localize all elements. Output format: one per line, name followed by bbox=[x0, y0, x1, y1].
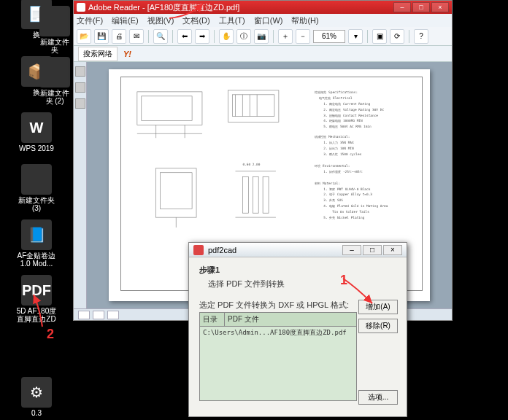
svg-rect-12 bbox=[161, 173, 193, 209]
menubar: 文件(F) 编辑(E) 视图(V) 文档(D) 工具(T) 窗口(W) 帮助(H… bbox=[74, 14, 452, 27]
svg-text:3. 耐久性 1500 cycles: 3. 耐久性 1500 cycles bbox=[323, 152, 361, 156]
page-layout2-icon[interactable] bbox=[107, 311, 119, 319]
mail-icon[interactable]: ✉ bbox=[129, 29, 144, 44]
svg-text:2. 端子 Copper Alloy t=0.3: 2. 端子 Copper Alloy t=0.3 bbox=[323, 192, 372, 196]
app-icon: ⚙ bbox=[21, 377, 52, 408]
help-icon[interactable]: ? bbox=[414, 29, 428, 44]
col-file: PDF 文件 bbox=[225, 313, 356, 326]
col-dir: 目录 bbox=[200, 313, 225, 326]
menu-help[interactable]: 帮助(H) bbox=[291, 15, 318, 26]
menu-document[interactable]: 文档(D) bbox=[182, 15, 209, 26]
svg-text:1. 塑胶 PBT UL94V-0 Black: 1. 塑胶 PBT UL94V-0 Black bbox=[323, 187, 370, 191]
toolbar: 📂 💾 🖨 ✉ 🔍 ⬅ ➡ ✋ Ⓘ 📷 ＋ － 61% ▾ ▣ ⟳ ? bbox=[74, 27, 452, 46]
attachments-panel-icon[interactable] bbox=[75, 98, 85, 109]
zoomout-icon[interactable]: － bbox=[296, 29, 310, 44]
desk-wps[interactable]: W WPS 2019 bbox=[3, 112, 70, 152]
pdf2cad-title: pdf2cad bbox=[208, 246, 236, 254]
svg-text:4. 电镀 Plated Gold in Mating Ar: 4. 电镀 Plated Gold in Mating Area bbox=[323, 204, 388, 208]
svg-text:机械性能 Mechanical:: 机械性能 Mechanical: bbox=[315, 135, 350, 139]
desktop: 📄 换 新建文件夹 📦 换 新建文件夹 (2) W WPS 2019 新建文件夹… bbox=[0, 0, 73, 420]
desk-newfolder-top[interactable]: 新建文件夹 bbox=[39, 6, 70, 54]
svg-rect-11 bbox=[156, 168, 196, 217]
next-page-icon[interactable]: ➡ bbox=[195, 29, 209, 44]
svg-text:环境 Environmental:: 环境 Environmental: bbox=[315, 164, 350, 168]
snapshot-icon[interactable]: 📷 bbox=[254, 29, 269, 44]
maximize-button[interactable]: □ bbox=[363, 245, 382, 255]
svg-text:2. 额定电压 Voltage Rating 30V DC: 2. 额定电压 Voltage Rating 30V DC bbox=[323, 108, 384, 112]
zoom-dropdown-icon[interactable]: ▾ bbox=[348, 29, 363, 44]
svg-rect-6 bbox=[233, 95, 274, 117]
remove-button[interactable]: 移除(R) bbox=[358, 319, 398, 333]
desk-af180-pdf[interactable]: PDF 5D AF180度直脚直边ZD bbox=[3, 275, 70, 323]
page-layout-icon[interactable] bbox=[93, 311, 104, 319]
desk-newfolder-2[interactable]: 新建文件夹 (2) bbox=[39, 57, 70, 105]
menu-edit[interactable]: 编辑(E) bbox=[112, 15, 139, 26]
maximize-button[interactable]: □ bbox=[412, 2, 430, 12]
svg-text:5. 耐电压 500V AC RMS 1min: 5. 耐电压 500V AC RMS 1min bbox=[323, 125, 372, 128]
subbar: 搜索网络 Y! bbox=[74, 46, 452, 62]
pdf2cad-titlebar[interactable]: pdf2cad – □ × bbox=[189, 243, 407, 257]
annotation-number-1: 1 bbox=[340, 273, 347, 288]
window-title: Adobe Reader - [AF180度直脚直边ZD.pdf] bbox=[88, 2, 239, 13]
pdf2cad-icon bbox=[193, 245, 204, 255]
rotate-icon[interactable]: ⟳ bbox=[390, 29, 404, 44]
file-row[interactable]: C:\Users\Admin...AF180度直脚直边ZD.pdf bbox=[200, 327, 356, 339]
options-button[interactable]: 选项... bbox=[358, 390, 398, 405]
annotation-number-2: 2 bbox=[47, 327, 54, 342]
pages-panel-icon[interactable] bbox=[75, 66, 85, 77]
page-nav-icon[interactable] bbox=[78, 311, 90, 319]
minimize-button[interactable]: – bbox=[342, 245, 361, 255]
pdf2cad-buttons: 增加(A) 移除(R) bbox=[358, 300, 398, 333]
svg-text:1. 插入力 35N MAX: 1. 插入力 35N MAX bbox=[323, 141, 354, 144]
add-button[interactable]: 增加(A) bbox=[358, 300, 398, 314]
yahoo-icon[interactable]: Y! bbox=[123, 50, 131, 58]
menu-file[interactable]: 文件(F) bbox=[77, 15, 103, 26]
open-icon[interactable]: 📂 bbox=[77, 29, 91, 44]
wps-icon: W bbox=[21, 112, 52, 143]
svg-rect-5 bbox=[228, 90, 279, 122]
menu-tools[interactable]: 工具(T) bbox=[219, 15, 245, 26]
save-icon[interactable]: 💾 bbox=[94, 29, 109, 44]
titlebar[interactable]: Adobe Reader - [AF180度直脚直边ZD.pdf] – □ × bbox=[74, 1, 452, 14]
select-icon[interactable]: Ⓘ bbox=[236, 29, 251, 44]
search-icon[interactable]: 🔍 bbox=[153, 29, 168, 44]
desk-af-mod[interactable]: 📘 AF全贴卷边 1.0 Mod... bbox=[3, 219, 70, 268]
svg-text:2. 拔出力 10N MIN: 2. 拔出力 10N MIN bbox=[323, 147, 354, 150]
search-web-button[interactable]: 搜索网络 bbox=[78, 47, 118, 61]
zoom-field[interactable]: 61% bbox=[313, 30, 345, 43]
adobe-icon bbox=[77, 3, 85, 12]
desk-app[interactable]: ⚙ 0.3 bbox=[3, 377, 70, 417]
svg-text:电气性能 Electrical: 电气性能 Electrical bbox=[319, 96, 353, 100]
file-list-header: 目录 PDF 文件 bbox=[200, 313, 356, 327]
menu-view[interactable]: 视图(V) bbox=[147, 15, 174, 26]
close-button[interactable]: × bbox=[431, 2, 449, 12]
pdf-icon: PDF bbox=[21, 275, 52, 306]
zoomin-icon[interactable]: ＋ bbox=[278, 29, 293, 44]
fit-icon[interactable]: ▣ bbox=[372, 29, 387, 44]
svg-text:1. 额定电流 Current Rating: 1. 额定电流 Current Rating bbox=[323, 102, 370, 106]
svg-rect-18 bbox=[263, 177, 269, 213]
hand-icon[interactable]: ✋ bbox=[219, 29, 234, 44]
document-icon: 📘 bbox=[21, 219, 52, 250]
prev-page-icon[interactable]: ⬅ bbox=[177, 29, 192, 44]
desk-newfolder-3[interactable]: 新建文件夹 (3) bbox=[3, 164, 70, 212]
svg-text:3. 外壳 SUS: 3. 外壳 SUS bbox=[323, 198, 343, 202]
minimize-button[interactable]: – bbox=[393, 2, 411, 12]
pdf2cad-window: pdf2cad – □ × 步骤1 选择 PDF 文件到转换 选定 PDF 文件… bbox=[188, 242, 407, 417]
svg-text:1. 操作温度 -25℃~+85℃: 1. 操作温度 -25℃~+85℃ bbox=[323, 170, 362, 174]
menu-window[interactable]: 窗口(W) bbox=[254, 15, 283, 26]
print-icon[interactable]: 🖨 bbox=[112, 29, 126, 44]
step-subtitle: 选择 PDF 文件到转换 bbox=[208, 279, 396, 289]
svg-text:性能规范 Specifications:: 性能规范 Specifications: bbox=[314, 90, 358, 94]
bookmarks-panel-icon[interactable] bbox=[75, 82, 85, 93]
nav-pane bbox=[74, 62, 87, 308]
svg-rect-0 bbox=[137, 92, 202, 125]
step-title: 步骤1 bbox=[199, 265, 396, 276]
svg-text:4. 绝缘电阻 1000MΩ MIN: 4. 绝缘电阻 1000MΩ MIN bbox=[323, 119, 363, 122]
folder-icon bbox=[39, 6, 70, 36]
svg-text:材料 Material:: 材料 Material: bbox=[314, 182, 340, 185]
close-button[interactable]: × bbox=[383, 245, 402, 255]
svg-text:5. 外壳 Nickel Plating: 5. 外壳 Nickel Plating bbox=[323, 216, 364, 219]
svg-text:0.60  2.00: 0.60 2.00 bbox=[242, 163, 260, 166]
file-list[interactable]: 目录 PDF 文件 C:\Users\Admin...AF180度直脚直边ZD.… bbox=[199, 312, 357, 401]
